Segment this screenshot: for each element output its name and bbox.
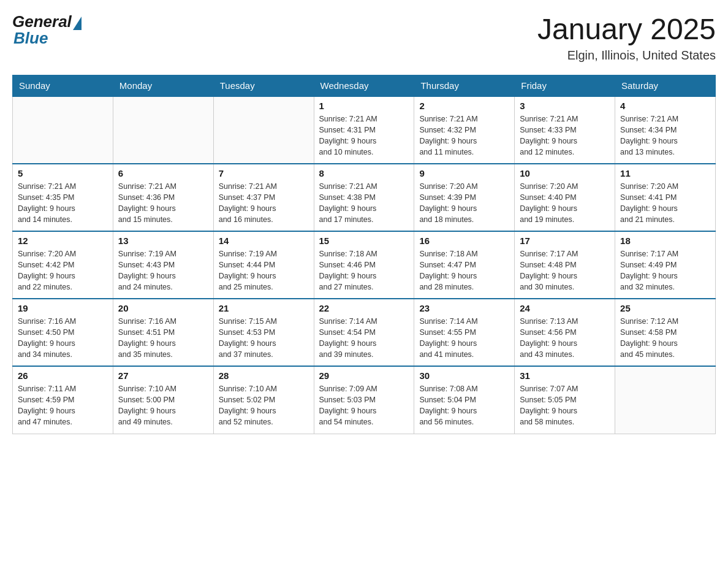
week-row-5: 26Sunrise: 7:11 AMSunset: 4:59 PMDayligh… xyxy=(13,366,716,434)
day-info: Sunrise: 7:20 AMSunset: 4:39 PMDaylight:… xyxy=(419,181,509,226)
column-header-thursday: Thursday xyxy=(414,75,515,97)
week-row-2: 5Sunrise: 7:21 AMSunset: 4:35 PMDaylight… xyxy=(13,164,716,231)
day-number: 18 xyxy=(620,236,710,246)
day-number: 13 xyxy=(118,236,208,246)
day-info: Sunrise: 7:18 AMSunset: 4:46 PMDaylight:… xyxy=(319,248,409,293)
day-number: 11 xyxy=(620,168,710,178)
day-info: Sunrise: 7:20 AMSunset: 4:42 PMDaylight:… xyxy=(18,248,108,293)
day-info: Sunrise: 7:13 AMSunset: 4:56 PMDaylight:… xyxy=(520,316,610,361)
calendar-cell: 25Sunrise: 7:12 AMSunset: 4:58 PMDayligh… xyxy=(615,299,716,366)
day-info: Sunrise: 7:21 AMSunset: 4:37 PMDaylight:… xyxy=(219,181,309,226)
title-section: January 2025 Elgin, Illinois, United Sta… xyxy=(537,12,716,63)
day-number: 10 xyxy=(520,168,610,178)
day-info: Sunrise: 7:21 AMSunset: 4:31 PMDaylight:… xyxy=(319,113,409,158)
day-info: Sunrise: 7:12 AMSunset: 4:58 PMDaylight:… xyxy=(620,316,710,361)
week-row-1: 1Sunrise: 7:21 AMSunset: 4:31 PMDaylight… xyxy=(13,96,716,164)
day-number: 21 xyxy=(219,303,309,313)
calendar-cell: 2Sunrise: 7:21 AMSunset: 4:32 PMDaylight… xyxy=(414,96,515,164)
calendar-cell: 26Sunrise: 7:11 AMSunset: 4:59 PMDayligh… xyxy=(13,366,113,434)
month-title: January 2025 xyxy=(537,12,716,46)
calendar-cell xyxy=(113,96,213,164)
week-row-3: 12Sunrise: 7:20 AMSunset: 4:42 PMDayligh… xyxy=(13,231,716,299)
day-number: 25 xyxy=(620,303,710,313)
day-info: Sunrise: 7:10 AMSunset: 5:00 PMDaylight:… xyxy=(118,383,208,428)
day-number: 23 xyxy=(419,303,509,313)
day-number: 19 xyxy=(18,303,108,313)
day-number: 28 xyxy=(219,370,309,381)
week-row-4: 19Sunrise: 7:16 AMSunset: 4:50 PMDayligh… xyxy=(13,299,716,366)
column-header-tuesday: Tuesday xyxy=(213,75,314,97)
day-number: 22 xyxy=(319,303,409,313)
day-info: Sunrise: 7:09 AMSunset: 5:03 PMDaylight:… xyxy=(319,383,409,428)
day-number: 12 xyxy=(18,236,108,246)
calendar-cell: 18Sunrise: 7:17 AMSunset: 4:49 PMDayligh… xyxy=(615,231,716,299)
calendar-cell: 13Sunrise: 7:19 AMSunset: 4:43 PMDayligh… xyxy=(113,231,213,299)
calendar-cell: 14Sunrise: 7:19 AMSunset: 4:44 PMDayligh… xyxy=(213,231,314,299)
day-info: Sunrise: 7:16 AMSunset: 4:50 PMDaylight:… xyxy=(18,316,108,361)
column-header-monday: Monday xyxy=(113,75,213,97)
calendar-cell xyxy=(615,366,716,434)
day-number: 26 xyxy=(18,370,108,381)
day-number: 20 xyxy=(118,303,208,313)
calendar-cell: 6Sunrise: 7:21 AMSunset: 4:36 PMDaylight… xyxy=(113,164,213,231)
column-header-wednesday: Wednesday xyxy=(314,75,414,97)
location-text: Elgin, Illinois, United States xyxy=(537,48,716,63)
calendar-cell: 5Sunrise: 7:21 AMSunset: 4:35 PMDaylight… xyxy=(13,164,113,231)
day-number: 8 xyxy=(319,168,409,178)
calendar-cell: 4Sunrise: 7:21 AMSunset: 4:34 PMDaylight… xyxy=(615,96,716,164)
day-info: Sunrise: 7:21 AMSunset: 4:34 PMDaylight:… xyxy=(620,113,710,158)
calendar-cell: 27Sunrise: 7:10 AMSunset: 5:00 PMDayligh… xyxy=(113,366,213,434)
day-info: Sunrise: 7:17 AMSunset: 4:49 PMDaylight:… xyxy=(620,248,710,293)
calendar-cell: 21Sunrise: 7:15 AMSunset: 4:53 PMDayligh… xyxy=(213,299,314,366)
day-info: Sunrise: 7:16 AMSunset: 4:51 PMDaylight:… xyxy=(118,316,208,361)
day-info: Sunrise: 7:21 AMSunset: 4:33 PMDaylight:… xyxy=(520,113,610,158)
day-info: Sunrise: 7:21 AMSunset: 4:38 PMDaylight:… xyxy=(319,181,409,226)
day-info: Sunrise: 7:11 AMSunset: 4:59 PMDaylight:… xyxy=(18,383,108,428)
calendar-cell xyxy=(213,96,314,164)
day-number: 17 xyxy=(520,236,610,246)
day-info: Sunrise: 7:08 AMSunset: 5:04 PMDaylight:… xyxy=(419,383,509,428)
day-info: Sunrise: 7:19 AMSunset: 4:43 PMDaylight:… xyxy=(118,248,208,293)
day-number: 7 xyxy=(219,168,309,178)
calendar-cell: 16Sunrise: 7:18 AMSunset: 4:47 PMDayligh… xyxy=(414,231,515,299)
day-number: 1 xyxy=(319,101,409,111)
day-number: 14 xyxy=(219,236,309,246)
day-info: Sunrise: 7:20 AMSunset: 4:41 PMDaylight:… xyxy=(620,181,710,226)
day-number: 24 xyxy=(520,303,610,313)
day-number: 31 xyxy=(520,370,610,381)
calendar-cell: 11Sunrise: 7:20 AMSunset: 4:41 PMDayligh… xyxy=(615,164,716,231)
calendar-cell: 1Sunrise: 7:21 AMSunset: 4:31 PMDaylight… xyxy=(314,96,414,164)
day-info: Sunrise: 7:17 AMSunset: 4:48 PMDaylight:… xyxy=(520,248,610,293)
day-number: 3 xyxy=(520,101,610,111)
day-number: 5 xyxy=(18,168,108,178)
calendar-cell: 12Sunrise: 7:20 AMSunset: 4:42 PMDayligh… xyxy=(13,231,113,299)
logo-blue-text: Blue xyxy=(12,29,48,48)
day-info: Sunrise: 7:19 AMSunset: 4:44 PMDaylight:… xyxy=(219,248,309,293)
day-info: Sunrise: 7:10 AMSunset: 5:02 PMDaylight:… xyxy=(219,383,309,428)
calendar-cell xyxy=(13,96,113,164)
day-number: 6 xyxy=(118,168,208,178)
day-number: 2 xyxy=(419,101,509,111)
calendar-header-row: SundayMondayTuesdayWednesdayThursdayFrid… xyxy=(13,75,716,97)
day-info: Sunrise: 7:20 AMSunset: 4:40 PMDaylight:… xyxy=(520,181,610,226)
calendar-cell: 19Sunrise: 7:16 AMSunset: 4:50 PMDayligh… xyxy=(13,299,113,366)
calendar-cell: 22Sunrise: 7:14 AMSunset: 4:54 PMDayligh… xyxy=(314,299,414,366)
calendar-cell: 30Sunrise: 7:08 AMSunset: 5:04 PMDayligh… xyxy=(414,366,515,434)
calendar-cell: 23Sunrise: 7:14 AMSunset: 4:55 PMDayligh… xyxy=(414,299,515,366)
day-number: 4 xyxy=(620,101,710,111)
day-number: 9 xyxy=(419,168,509,178)
calendar-cell: 29Sunrise: 7:09 AMSunset: 5:03 PMDayligh… xyxy=(314,366,414,434)
column-header-sunday: Sunday xyxy=(13,75,113,97)
day-number: 29 xyxy=(319,370,409,381)
logo: General Blue xyxy=(12,12,82,48)
column-header-friday: Friday xyxy=(515,75,615,97)
calendar-cell: 7Sunrise: 7:21 AMSunset: 4:37 PMDaylight… xyxy=(213,164,314,231)
column-header-saturday: Saturday xyxy=(615,75,716,97)
calendar-cell: 24Sunrise: 7:13 AMSunset: 4:56 PMDayligh… xyxy=(515,299,615,366)
page-header: General Blue January 2025 Elgin, Illinoi… xyxy=(12,12,716,63)
calendar-table: SundayMondayTuesdayWednesdayThursdayFrid… xyxy=(12,75,716,434)
calendar-cell: 10Sunrise: 7:20 AMSunset: 4:40 PMDayligh… xyxy=(515,164,615,231)
day-info: Sunrise: 7:07 AMSunset: 5:05 PMDaylight:… xyxy=(520,383,610,428)
day-info: Sunrise: 7:18 AMSunset: 4:47 PMDaylight:… xyxy=(419,248,509,293)
day-info: Sunrise: 7:15 AMSunset: 4:53 PMDaylight:… xyxy=(219,316,309,361)
